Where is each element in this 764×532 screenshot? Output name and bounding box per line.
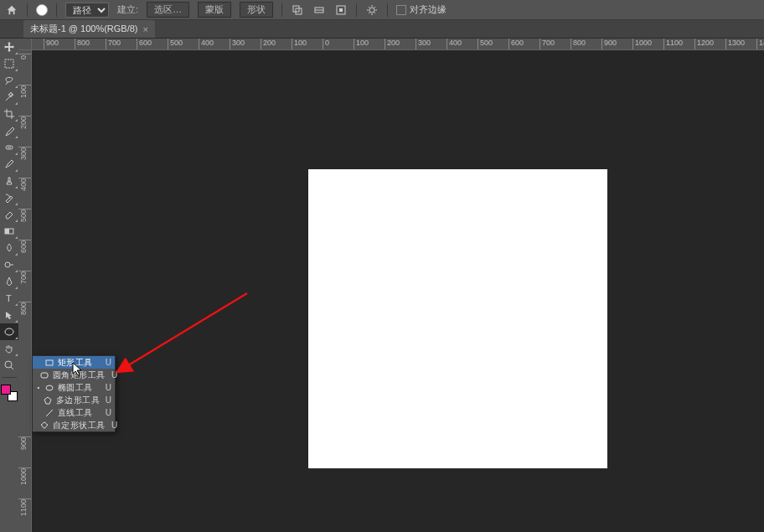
flyout-item-shortcut: U <box>111 370 117 380</box>
build-label: 建立: <box>117 3 138 16</box>
align-edges-checkbox[interactable]: 对齐边缘 <box>396 3 447 16</box>
close-icon[interactable]: × <box>143 24 148 34</box>
flyout-item-label: 直线工具 <box>58 406 98 418</box>
tool-preset-icon[interactable] <box>36 4 48 16</box>
separator <box>2 377 17 378</box>
ruler-tick: 0 <box>18 54 32 61</box>
hand-tool[interactable] <box>0 340 18 357</box>
ruler-tick: 900 <box>44 39 59 50</box>
ruler-tick: 1200 <box>694 39 714 50</box>
flyout-item-icon <box>44 383 54 393</box>
flyout-item[interactable]: 多边形工具U <box>33 394 115 406</box>
document-tab-bar: 未标题-1 @ 100%(RGB/8) × <box>0 20 764 39</box>
zoom-tool[interactable] <box>0 357 18 374</box>
svg-text:T: T <box>6 293 12 303</box>
magic-wand-tool[interactable] <box>0 89 18 106</box>
ruler-vertical[interactable]: 010020030040050060070080090010001100 <box>18 50 32 532</box>
mode-select[interactable]: 路径 <box>65 3 109 18</box>
ruler-tick: 100 <box>18 85 32 100</box>
svg-point-6 <box>369 8 374 13</box>
path-ops-icon-1[interactable] <box>291 3 304 17</box>
marquee-tool[interactable] <box>0 55 18 72</box>
ruler-tick: 400 <box>447 39 462 50</box>
ruler-tick: 600 <box>508 39 524 50</box>
type-tool[interactable]: T <box>0 290 18 307</box>
document-tab[interactable]: 未标题-1 @ 100%(RGB/8) × <box>23 20 155 38</box>
home-icon[interactable] <box>5 3 18 17</box>
flyout-item[interactable]: 圆角矩形工具U <box>33 369 115 381</box>
eraser-tool[interactable] <box>0 206 18 223</box>
svg-rect-18 <box>46 360 53 365</box>
ruler-tick: 900 <box>18 436 32 452</box>
ruler-tick: 500 <box>18 209 32 224</box>
ruler-tick: 900 <box>601 39 617 50</box>
flyout-item-shortcut: U <box>103 383 111 392</box>
ruler-tick: 800 <box>570 39 586 50</box>
flyout-item-label: 矩形工具 <box>58 356 98 368</box>
make-selection-button[interactable]: 选区… <box>147 2 189 18</box>
crop-tool[interactable] <box>0 106 18 122</box>
flyout-item-icon <box>44 408 54 418</box>
make-shape-button[interactable]: 形状 <box>240 2 273 18</box>
flyout-item-shortcut: U <box>103 408 111 417</box>
path-selection-tool[interactable] <box>0 307 18 323</box>
flyout-item[interactable]: 直线工具U <box>33 406 115 419</box>
path-ops-icon-3[interactable] <box>334 3 348 17</box>
flyout-item-icon <box>43 395 53 405</box>
flyout-item-label: 多边形工具 <box>56 394 100 405</box>
shape-tool[interactable] <box>0 323 18 340</box>
foreground-swatch[interactable] <box>1 385 11 395</box>
ruler-tick: 600 <box>18 240 32 255</box>
separator <box>27 3 28 17</box>
flyout-item-label: 自定形状工具 <box>53 419 106 431</box>
separator <box>56 3 57 17</box>
canvas-area[interactable] <box>32 50 764 532</box>
ruler-tick: 100 <box>292 39 307 50</box>
ruler-horizontal[interactable]: 9008007006005004003002001000100200300400… <box>32 39 764 50</box>
stamp-tool[interactable] <box>0 173 18 189</box>
ruler-tick: 200 <box>261 39 276 50</box>
gear-icon[interactable] <box>365 3 379 17</box>
ruler-tick: 400 <box>18 178 32 193</box>
options-bar: 路径 建立: 选区… 蒙版 形状 对齐边缘 <box>0 0 764 20</box>
flyout-item[interactable]: 自定形状工具U <box>33 419 115 431</box>
flyout-item-icon <box>39 370 49 380</box>
color-swatches[interactable] <box>1 385 18 401</box>
healing-brush-tool[interactable] <box>0 139 18 156</box>
gradient-tool[interactable] <box>0 223 18 240</box>
artboard[interactable] <box>308 169 607 468</box>
flyout-item-shortcut: U <box>106 395 111 405</box>
ruler-tick: 500 <box>478 39 493 50</box>
ruler-tick: 0 <box>323 39 329 50</box>
svg-point-16 <box>5 361 12 368</box>
align-edges-label: 对齐边缘 <box>410 4 447 14</box>
ruler-tick: 1400 <box>756 39 764 50</box>
flyout-item-icon <box>44 358 54 368</box>
lasso-tool[interactable] <box>0 72 18 89</box>
dodge-tool[interactable] <box>0 256 18 273</box>
eyedropper-tool[interactable] <box>0 122 18 139</box>
flyout-item[interactable]: •椭圆工具U <box>33 381 115 394</box>
history-brush-tool[interactable] <box>0 189 18 206</box>
ruler-tick: 1100 <box>663 39 683 50</box>
move-tool[interactable] <box>0 39 18 55</box>
shape-tool-flyout: 矩形工具U圆角矩形工具U•椭圆工具U多边形工具U直线工具U自定形状工具U <box>32 355 116 432</box>
ruler-tick: 1300 <box>725 39 745 50</box>
make-mask-button[interactable]: 蒙版 <box>198 2 231 18</box>
blur-tool[interactable] <box>0 240 18 256</box>
ruler-tick: 1000 <box>18 467 32 487</box>
ruler-tick: 1100 <box>18 498 32 518</box>
flyout-item-shortcut: U <box>103 358 111 367</box>
separator <box>356 3 357 17</box>
path-ops-icon-2[interactable] <box>312 3 326 17</box>
svg-rect-19 <box>41 373 48 378</box>
flyout-item[interactable]: 矩形工具U <box>33 356 115 369</box>
pen-tool[interactable] <box>0 273 18 290</box>
svg-point-12 <box>5 262 10 267</box>
flyout-item-label: 椭圆工具 <box>58 381 98 393</box>
ruler-tick: 200 <box>18 116 32 131</box>
brush-tool[interactable] <box>0 156 18 173</box>
ruler-tick: 400 <box>199 39 214 50</box>
svg-point-20 <box>46 385 53 390</box>
separator <box>281 3 282 17</box>
